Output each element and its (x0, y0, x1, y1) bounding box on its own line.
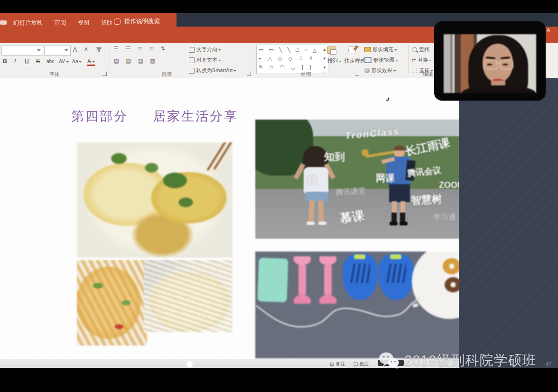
font-size-combobox[interactable] (44, 46, 71, 56)
tab-view[interactable]: 视图 (78, 19, 90, 27)
meme-label: 长江雨课 (404, 135, 452, 159)
font-color-icon[interactable]: A (87, 58, 95, 66)
align-text-label: 对齐文本 (196, 56, 221, 64)
notes-label: 备注 (335, 361, 345, 367)
shape-effects-icon (364, 68, 370, 73)
online-class-meme-photo: TronClass 长江雨课 知到 腾讯会议 我 网课 ZOOM 腾讯课堂 智慧… (255, 120, 478, 239)
meme-label: 知到 (324, 150, 345, 164)
clear-formatting-icon[interactable]: abc (46, 58, 54, 65)
shape-outline-icon (364, 57, 372, 63)
notes-button[interactable]: ▤ 备注 (330, 361, 345, 367)
clipped-menu-fragment (0, 20, 7, 25)
replace-button[interactable]: ⇄ 替换 (412, 56, 432, 64)
watermark: 2019级刑科院学硕班 (379, 351, 537, 370)
text-direction-button[interactable]: 文字方向 (189, 46, 221, 53)
shapes-scroll-down-icon[interactable]: ▼ (321, 54, 328, 63)
food-photo-fresh-noodles (144, 260, 232, 332)
paragraph-dialog-launcher[interactable] (247, 72, 251, 76)
shape-effects-label: 形状效果 (372, 67, 396, 74)
participant-video (444, 34, 536, 93)
slide-title-topic: 居家生活分享 (153, 109, 238, 123)
fitness-flatlay-photo (255, 252, 478, 358)
shapes-row-3: ✎ ☆ ◠ ◡ { } (259, 63, 322, 71)
comments-label: 批注 (359, 361, 369, 367)
replace-icon: ⇄ (412, 57, 416, 63)
meme-label: 学习通 (433, 213, 456, 223)
find-label: 查找 (419, 46, 429, 53)
shapes-gallery[interactable]: ▭ ▭ ╲ ╲ □ ○ △ ⌐ △ ◇ ◇ ⇩ ⇧ ✎ ☆ ◠ ◡ { } (256, 45, 325, 74)
webcam-video-tile[interactable] (434, 21, 546, 101)
donut (443, 258, 461, 274)
shape-effects-button[interactable]: 形状效果 (364, 67, 396, 74)
strikethrough-button[interactable]: S (36, 58, 40, 65)
tab-help[interactable]: 帮助 (101, 19, 113, 27)
underline-button[interactable]: U (25, 58, 29, 65)
lightbulb-icon (114, 18, 121, 25)
shape-fill-icon (364, 47, 371, 52)
paragraph-list-icons[interactable]: ☰ ☰ ≣ ≣ ⇅ (114, 46, 168, 52)
navigation-dot[interactable] (186, 361, 193, 367)
meme-label: 腾讯课堂 (335, 186, 366, 198)
wechat-icon (379, 352, 400, 370)
corner-number: 47 (546, 361, 551, 367)
drawing-dialog-launcher[interactable] (355, 72, 359, 76)
shape-outline-button[interactable]: 形状轮廓 (364, 56, 398, 64)
meme-label: 我 (307, 174, 317, 187)
tell-me-search-label: 操作说明搜索 (124, 18, 160, 26)
tell-me-search[interactable]: 操作说明搜索 (114, 18, 160, 26)
meme-label: 智慧树 (410, 192, 442, 207)
slide-title: 第四部分居家生活分享 (71, 108, 238, 125)
character-spacing-icon[interactable]: AV (59, 58, 69, 65)
align-text-icon (189, 57, 195, 63)
watermark-text: 2019级刑科院学硕班 (404, 351, 537, 370)
paragraph-align-icons[interactable]: ▤ ▤ ▤ ▥ (114, 58, 158, 64)
shape-fill-button[interactable]: 形状填充 (364, 46, 397, 53)
paragraph-group-label: 段落 (110, 71, 224, 78)
food-photo-fried-potato (77, 260, 147, 345)
screen-share-frame: 幻灯片放映 审阅 视图 帮助 操作说明搜索 A A A 变 B I U S ab… (0, 0, 558, 392)
comments-button[interactable]: ❏ 批注 (353, 361, 369, 367)
arrange-button[interactable]: 排列 (327, 47, 342, 65)
quick-styles-button[interactable]: 快速样式 (344, 47, 365, 65)
font-name-combobox[interactable] (1, 46, 43, 56)
quick-styles-icon (347, 47, 356, 54)
comments-icon: ❏ (353, 362, 358, 367)
shapes-scroll-up-icon[interactable]: ▲ (321, 45, 328, 54)
align-text-button[interactable]: 对齐文本 (189, 56, 221, 64)
text-direction-icon (189, 47, 195, 53)
change-case-icon[interactable]: Aa (72, 58, 82, 65)
quick-styles-label: 快速样式 (344, 57, 365, 65)
decrease-font-size-icon[interactable]: A (84, 47, 88, 53)
conference-side-panel: 47 (459, 78, 558, 368)
shapes-row-1: ▭ ▭ ╲ ╲ □ ○ △ (259, 46, 322, 54)
food-photo-noodle-dish (77, 142, 232, 258)
text-direction-label: 文字方向 (196, 46, 221, 53)
italic-button[interactable]: I (14, 58, 16, 65)
find-button[interactable]: 查找 (412, 46, 429, 53)
font-dialog-launcher[interactable] (102, 72, 107, 76)
arrange-label: 排列 (327, 57, 342, 65)
shapes-row-2: ⌐ △ ◇ ◇ ⇩ ⇧ (259, 54, 322, 63)
tab-slideshow[interactable]: 幻灯片放映 (13, 19, 43, 27)
meme-label: 慕课 (339, 207, 365, 227)
ribbon-tabs: 幻灯片放映 审阅 视图 帮助 (13, 18, 113, 28)
replace-label: 替换 (418, 56, 432, 64)
phonetic-guide-icon[interactable]: 变 (96, 47, 102, 53)
bold-button[interactable]: B (3, 58, 7, 65)
meme-label: 网课 (376, 172, 395, 185)
slide-title-part: 第四部分 (71, 109, 128, 123)
shape-outline-label: 形状轮廓 (373, 56, 398, 64)
shape-fill-label: 形状填充 (372, 46, 397, 53)
font-group-label: 字体 (0, 71, 109, 78)
drawing-group-label: 绘图 (253, 71, 359, 78)
increase-font-size-icon[interactable]: A (73, 47, 77, 53)
clipped-titlebar-text: A (547, 27, 551, 33)
tab-review[interactable]: 审阅 (55, 19, 66, 27)
find-icon (412, 47, 417, 52)
earphones-cable (255, 289, 459, 350)
arrange-icon (327, 47, 335, 54)
notes-icon: ▤ (330, 362, 334, 367)
